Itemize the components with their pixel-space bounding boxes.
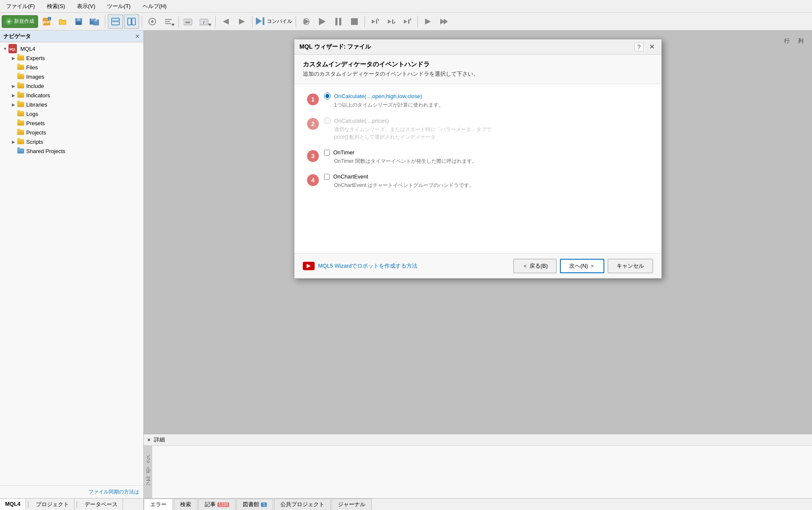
function-insert-button[interactable]: ƒ [198,14,213,29]
split-view-button[interactable] [124,14,139,29]
tree-item-shared-projects[interactable]: Shared Projects [0,146,143,156]
tree-item-libraries[interactable]: ▶ Libraries [0,100,143,109]
step-over-button[interactable] [368,14,383,29]
step-out-button[interactable] [400,14,415,29]
property-button[interactable] [145,14,160,29]
bottom-close-button[interactable]: × [147,436,151,443]
svg-rect-13 [112,21,118,22]
dialog-close-button[interactable]: ✕ [647,42,656,52]
tree-item-scripts[interactable]: ▶ Scripts [0,137,143,146]
tree-item-experts[interactable]: ▶ Experts [0,53,143,63]
toolbar-sep-5 [252,16,252,27]
var-insert-button[interactable]: var [181,14,197,29]
plus-icon: + [5,18,12,25]
new-button-label: 新規作成 [14,18,34,25]
option-row-3: 3 OnTimer OnTimer 関数はタイマーイベントが発生した際に呼ばれま… [307,149,649,165]
nav-tab-mql4[interactable]: MQL4 [0,499,26,510]
tree-item-logs[interactable]: Logs [0,109,143,118]
open-button[interactable] [55,14,70,29]
menu-help[interactable]: ヘルプ(H) [140,2,169,11]
tree-item-files[interactable]: Files [0,63,143,72]
profile-button[interactable]: pro! + [39,14,54,29]
svg-marker-33 [319,18,326,25]
back-button[interactable]: ＜ 戻る(B) [513,259,557,273]
nav-tab-database[interactable]: データベース [80,499,123,510]
next-button[interactable]: 次へ(N) ＞ [560,259,604,273]
svg-rect-30 [263,17,264,25]
stop-button[interactable] [347,14,362,29]
arrow-right2-icon [440,19,448,25]
tree-root-mql4[interactable]: ▼ MQL MQL4 [0,44,143,53]
cancel-button[interactable]: キャンセル [608,259,653,273]
toolbar-sep-3 [178,16,179,27]
tree-item-include[interactable]: ▶ Include [0,81,143,90]
option-num-4: 4 [307,174,319,186]
editor-view-button[interactable] [108,14,123,29]
arrow-right-button[interactable] [420,14,436,29]
articles-label: 記事 [205,501,216,508]
tree-item-indicators[interactable]: ▶ Indicators [0,90,143,100]
footer-link[interactable]: MQL5 Wizardでロボットを作成する方法 [318,262,417,270]
play-button[interactable] [315,14,330,29]
libraries-folder-icon [17,101,25,107]
option-radio-1[interactable] [324,93,331,99]
property2-button[interactable] [161,14,176,29]
menu-file[interactable]: ファイル(F) [3,2,38,11]
library-label: 図書館 [243,501,259,508]
dialog-controls: ? ✕ [634,42,656,52]
back-nav-button[interactable] [218,14,233,29]
toolbar-sep-6 [296,16,296,27]
option-num-2: 2 [307,118,319,130]
menu-search[interactable]: 検索(S) [44,2,68,11]
option-main-3: OnTimer [324,149,649,156]
step-over-icon [371,18,379,25]
toolbox-label[interactable]: ツールボックス [145,456,151,488]
dialog-header-title: カスタムインディケータのイベントハンドラ [303,60,653,69]
dialog-header: カスタムインディケータのイベントハンドラ 追加のカスタムインディケータのイベント… [294,55,661,84]
new-button[interactable]: + 新規作成 [2,15,38,28]
libraries-expander: ▶ [10,101,17,108]
tree-item-images[interactable]: Images [0,72,143,81]
svg-marker-29 [256,17,262,25]
dialog-help-button[interactable]: ? [634,42,644,52]
row-label: 行 [784,37,790,45]
option-checkbox-3[interactable] [324,150,330,156]
svg-marker-46 [425,19,431,25]
forward-nav-icon [239,19,245,25]
save-all-button[interactable] [87,14,102,29]
tree-item-presets[interactable]: Presets [0,118,143,128]
tree-item-projects[interactable]: Projects [0,128,143,137]
option-num-3: 3 [307,150,319,162]
menu-tools[interactable]: ツール(T) [104,2,133,11]
save-button[interactable] [71,14,86,29]
bottom-tab-error[interactable]: エラー [144,499,173,510]
arrow-right2-button[interactable] [436,14,452,29]
bottom-tab-search[interactable]: 検索 [174,499,198,510]
sync-link[interactable]: ファイル同期の方法は [0,485,143,498]
play-begin-button[interactable] [299,14,314,29]
youtube-play-icon [307,264,311,268]
pause-button[interactable] [331,14,346,29]
nav-tab-project[interactable]: プロジェクト [31,499,74,510]
include-expander: ▶ [10,82,17,89]
option-radio-2[interactable] [324,117,331,124]
scripts-label: Scripts [26,139,43,145]
step-in-button[interactable] [384,14,399,29]
menu-view[interactable]: 表示(V) [74,2,98,11]
toolbar-sep-8 [417,16,418,27]
bottom-tab-articles[interactable]: 記事 1330 [198,499,236,510]
play-begin-icon [302,18,310,25]
option-content-2: OnCalculate(...,prices) 適切なタイムシリーズ、またはスタ… [324,117,649,141]
bottom-tab-library[interactable]: 図書館 1 [236,499,273,510]
bottom-tab-journal[interactable]: ジャーナル [332,499,372,510]
forward-nav-button[interactable] [234,14,250,29]
option-label-4: OnChartEvent [333,173,368,180]
option-checkbox-4[interactable] [324,174,330,180]
root-expander: ▼ [2,45,8,52]
bottom-tab-public-projects[interactable]: 公共プロジェクト [274,499,331,510]
profile-icon: pro! + [42,17,51,26]
back-nav-icon [223,19,229,25]
toolbar-sep-7 [365,16,365,27]
navigator-close-button[interactable]: ✕ [135,33,140,40]
compile-button-icon[interactable]: コンパイル [255,14,293,29]
